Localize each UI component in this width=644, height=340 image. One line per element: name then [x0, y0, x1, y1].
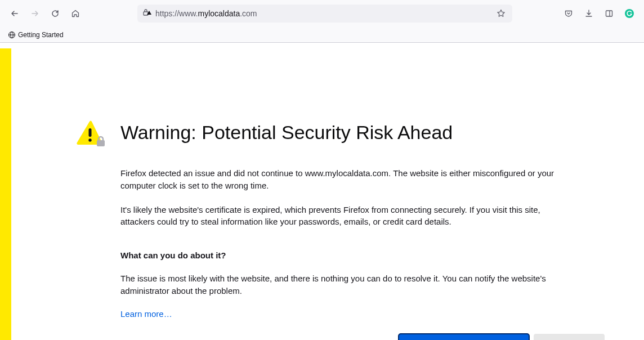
warning-paragraph-1: Firefox detected an issue and did not co… [120, 167, 565, 192]
star-icon [497, 9, 506, 18]
advanced-button[interactable]: Advanced… [534, 334, 605, 341]
sidebar-button[interactable] [600, 5, 618, 23]
reload-button[interactable] [46, 5, 64, 23]
sidebar-icon [605, 9, 614, 18]
security-warning-frame: Warning: Potential Security Risk Ahead F… [0, 48, 644, 340]
downloads-button[interactable] [580, 5, 598, 23]
learn-more-link[interactable]: Learn more… [120, 309, 172, 319]
bookmark-getting-started[interactable]: Getting Started [6, 30, 66, 40]
lock-warning-icon [142, 7, 152, 20]
pocket-icon [564, 9, 573, 18]
forward-button[interactable] [26, 5, 44, 23]
extension-button[interactable] [620, 5, 638, 23]
warning-triangle-icon [75, 120, 108, 154]
pocket-button[interactable] [560, 5, 578, 23]
svg-rect-0 [144, 12, 148, 15]
back-button[interactable] [6, 5, 24, 23]
reload-icon [51, 9, 60, 18]
svg-point-7 [88, 138, 91, 141]
browser-toolbar: https://www.mylocaldata.com [0, 0, 644, 27]
page-title: Warning: Potential Security Risk Ahead [120, 122, 605, 144]
svg-rect-8 [89, 128, 92, 137]
arrow-left-icon [10, 9, 19, 18]
svg-rect-1 [606, 11, 612, 16]
bookmark-star-button[interactable] [494, 7, 508, 20]
warning-paragraph-3: The issue is most likely with the websit… [120, 272, 565, 297]
arrow-right-icon [30, 9, 39, 18]
globe-icon [8, 31, 16, 39]
grammarly-icon [624, 8, 634, 19]
download-icon [584, 9, 593, 18]
bookmark-label: Getting Started [18, 31, 64, 39]
button-row: Go Back (Recommended) Advanced… [120, 334, 605, 341]
svg-rect-9 [97, 140, 105, 146]
warning-subheading: What can you do about it? [120, 250, 605, 260]
warning-paragraph-2: It's likely the website's certificate is… [120, 204, 565, 229]
home-icon [71, 9, 80, 18]
go-back-button[interactable]: Go Back (Recommended) [399, 334, 530, 341]
warning-page-content: Warning: Potential Security Risk Ahead F… [11, 48, 644, 340]
home-button[interactable] [66, 5, 84, 23]
bookmarks-toolbar: Getting Started [0, 27, 644, 43]
url-text: https://www.mylocaldata.com [155, 9, 491, 18]
toolbar-right-icons [560, 5, 638, 23]
svg-point-3 [625, 9, 634, 18]
url-bar[interactable]: https://www.mylocaldata.com [137, 5, 512, 23]
